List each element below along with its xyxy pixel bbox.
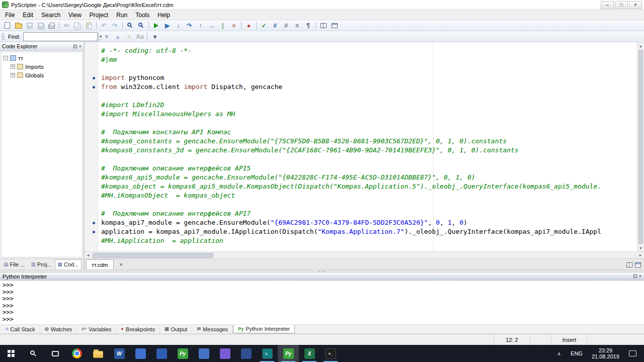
run-button[interactable] — [151, 21, 162, 30]
code-area[interactable]: # -*- coding: utf-8 -*-#|mmimport python… — [98, 42, 644, 251]
print-button[interactable] — [46, 21, 57, 30]
tree-node-тт[interactable]: −тт — [3, 54, 81, 62]
taskbar-console-teal[interactable]: >_ — [257, 345, 278, 362]
line-numbers-button[interactable]: ≡ — [292, 21, 302, 30]
paste-button[interactable] — [84, 21, 94, 30]
language-indicator[interactable]: ENG — [566, 350, 587, 356]
dock-tab-watches[interactable]: ◎Watches — [40, 325, 77, 333]
debug-button[interactable]: ▶ — [162, 21, 173, 30]
goto-line-button[interactable]: # — [281, 21, 291, 30]
dock-tab-python-interpreter[interactable]: PyPython Interpreter — [233, 325, 295, 333]
start-button[interactable] — [0, 345, 22, 362]
dock-tab-breakpoints[interactable]: ●Breakpoints — [116, 325, 160, 333]
panel-tab-cod[interactable]: ▦Cod... — [55, 259, 82, 269]
taskbar-chrome[interactable] — [66, 345, 88, 362]
editor-vscrollbar[interactable]: ▲ ▼ — [637, 42, 644, 251]
find-next-button[interactable]: ▼ — [101, 32, 112, 41]
taskbar-app-purple[interactable] — [214, 345, 235, 362]
save-all-button[interactable] — [35, 21, 46, 30]
find-prev-button[interactable]: ▲ — [112, 32, 123, 41]
find-in-files-button[interactable] — [136, 21, 146, 30]
highlight-all-button[interactable]: ≡ — [123, 32, 134, 41]
panel-tab-file[interactable]: ▤File ... — [1, 259, 28, 269]
tree-expander-icon[interactable]: + — [11, 64, 15, 69]
bookmarks-button[interactable]: # — [270, 21, 280, 30]
close-panel-icon[interactable]: × — [79, 44, 82, 49]
step-into-button[interactable]: ↓ — [173, 21, 184, 30]
taskbar-app-blue-3[interactable] — [193, 345, 214, 362]
close-button[interactable]: × — [629, 1, 642, 9]
step-out-button[interactable]: ↑ — [195, 21, 206, 30]
vscroll-thumb[interactable] — [638, 50, 643, 244]
toggle-breakpoint-button[interactable]: ● — [244, 21, 254, 30]
hscroll-thumb[interactable] — [93, 253, 213, 258]
tree-expander-icon[interactable]: + — [11, 73, 15, 77]
editor-hscrollbar[interactable]: ◄ ► — [85, 251, 644, 258]
taskbar-word[interactable]: W — [109, 345, 130, 362]
menu-edit[interactable]: Edit — [19, 11, 37, 20]
taskbar-app-blue-4[interactable] — [235, 345, 257, 362]
maximize-button[interactable]: □ — [615, 1, 628, 9]
menu-view[interactable]: View — [64, 11, 86, 20]
dock-tab-output[interactable]: ▤Output — [160, 325, 193, 333]
editor-options-button[interactable] — [329, 21, 340, 30]
taskbar-app-blue-1[interactable] — [130, 345, 151, 362]
editor-gutter[interactable] — [85, 42, 98, 251]
tree-node-imports[interactable]: +Imports — [3, 62, 81, 71]
cut-button[interactable]: ✂ — [61, 21, 72, 30]
tab-windows-icon[interactable] — [635, 262, 641, 267]
code-explorer-tree[interactable]: −тт+Imports+Globals — [1, 52, 83, 257]
pause-button[interactable]: ∥ — [217, 21, 228, 30]
open-file-button[interactable] — [13, 21, 24, 30]
hidden-icons-chevron[interactable]: ∧ — [552, 351, 566, 356]
tree-expander-icon[interactable]: − — [4, 56, 8, 60]
scroll-left-icon[interactable]: ◄ — [85, 252, 92, 258]
python-interpreter-console[interactable]: >>>>>>>>>>>>>>>>>> — [0, 281, 644, 325]
step-over-button[interactable]: ↷ — [184, 21, 195, 30]
tab-close-icon[interactable]: × — [118, 262, 125, 267]
split-editor-button[interactable] — [318, 21, 329, 30]
taskbar-pyscripter-1[interactable]: Py — [172, 345, 193, 362]
search-options-button[interactable]: ▾ — [149, 32, 160, 41]
menu-run[interactable]: Run — [112, 11, 131, 20]
taskbar-file-explorer[interactable] — [88, 345, 109, 362]
search-button[interactable] — [22, 345, 44, 362]
scroll-down-icon[interactable]: ▼ — [637, 244, 644, 251]
copy-button[interactable] — [72, 21, 83, 30]
pin-icon[interactable] — [73, 45, 77, 48]
task-view-button[interactable] — [44, 345, 66, 362]
save-file-button[interactable] — [24, 21, 35, 30]
menu-tools[interactable]: Tools — [131, 11, 153, 20]
syntax-check-button[interactable]: ✓ — [259, 21, 269, 30]
run-to-cursor-button[interactable]: → — [206, 21, 217, 30]
pin-icon[interactable] — [633, 275, 637, 278]
menu-file[interactable]: File — [1, 11, 19, 20]
dock-tab-variables[interactable]: x=Variables — [77, 325, 116, 333]
undo-button[interactable]: ↶ — [99, 21, 109, 30]
find-input[interactable] — [24, 33, 98, 41]
editor-tab[interactable]: тт.cdm — [86, 259, 114, 269]
taskbar-clock[interactable]: 23:29 21.08.2019 — [587, 347, 624, 359]
scroll-up-icon[interactable]: ▲ — [637, 42, 644, 49]
dock-tab-messages[interactable]: ✉Messages — [192, 325, 233, 333]
tab-list-icon[interactable] — [626, 262, 632, 267]
special-chars-button[interactable]: ¶ — [303, 21, 313, 30]
minimize-button[interactable]: – — [601, 1, 614, 9]
match-case-button[interactable]: Aa — [134, 32, 145, 41]
new-file-button[interactable] — [2, 21, 13, 30]
menu-search[interactable]: Search — [37, 11, 64, 20]
dock-tab-call-stack[interactable]: ≡Call Stack — [1, 325, 40, 333]
toolbar-grip[interactable] — [2, 33, 5, 40]
menu-project[interactable]: Project — [86, 11, 112, 20]
editor[interactable]: # -*- coding: utf-8 -*-#|mmimport python… — [85, 42, 644, 251]
tree-node-globals[interactable]: +Globals — [3, 71, 81, 79]
taskbar-console-dark[interactable]: >_ — [320, 345, 341, 362]
scroll-right-icon[interactable]: ► — [637, 252, 644, 258]
find-button[interactable] — [125, 21, 135, 30]
notification-center-icon[interactable] — [629, 350, 636, 356]
stop-button[interactable]: ■ — [228, 21, 239, 30]
taskbar-excel[interactable]: X — [299, 345, 320, 362]
menu-help[interactable]: Help — [153, 11, 174, 20]
panel-tab-proj[interactable]: ▥Proj... — [28, 259, 54, 269]
taskbar-pyscripter-active[interactable]: Py — [278, 345, 299, 362]
